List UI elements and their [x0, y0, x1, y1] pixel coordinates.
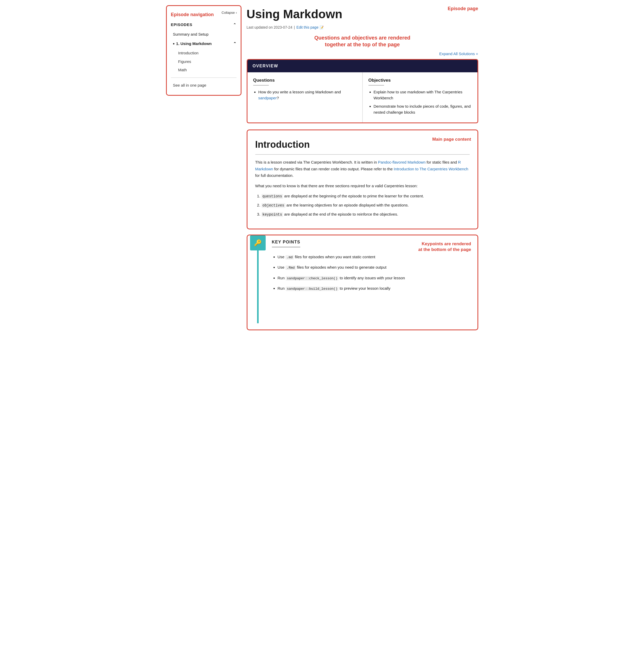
intro-carpentries-link[interactable]: Introduction to The Carpentries Workbenc…: [394, 167, 468, 171]
list-item: Use .md files for episodes when you want…: [278, 253, 472, 260]
episode-page-label: Episode page: [448, 5, 478, 12]
main-content: Episode page Using Markdown Last updated…: [247, 5, 478, 641]
list-item: Run sandpaper::check_lesson() to identif…: [278, 275, 472, 282]
keypoints-title: KEY POINTS: [272, 239, 300, 247]
list-item: objectives are the learning objectives f…: [262, 202, 470, 209]
list-item: Explain how to use markdown with The Car…: [374, 89, 472, 101]
sidebar-sub-math[interactable]: Math: [171, 66, 237, 74]
overview-body: Questions How do you write a lesson usin…: [248, 72, 477, 123]
keypoints-box: Keypoints are rendered at the bottom of …: [247, 235, 478, 330]
questions-column: Questions How do you write a lesson usin…: [248, 72, 362, 123]
sidebar-sub-figures[interactable]: Figures: [171, 58, 237, 66]
objectives-column: Objectives Explain how to use markdown w…: [362, 72, 477, 123]
intro-divider: [255, 154, 470, 155]
collapse-label: Collapse: [222, 11, 235, 15]
collapse-button[interactable]: Collapse ‹: [222, 11, 237, 15]
introduction-section: Main page content Introduction This is a…: [247, 129, 478, 229]
keypoints-vertical-line: [257, 250, 259, 323]
objectives-title: Objectives: [368, 77, 472, 84]
qo-banner: Questions and objectives are renderedtog…: [247, 34, 478, 48]
episodes-header: EPISODES ⌃: [171, 22, 237, 28]
list-item: questions are displayed at the beginning…: [262, 193, 470, 200]
last-updated-text: Last updated on 2023-07-24: [247, 25, 292, 30]
keypoints-icon-col: 🔑: [248, 235, 268, 323]
intro-paragraph-2: What you need to know is that there are …: [255, 183, 470, 189]
page-header: Episode page Using Markdown Last updated…: [247, 5, 478, 30]
chevron-left-icon: ‹: [236, 11, 237, 15]
chevron-up-icon-2: ⌃: [233, 41, 237, 47]
chevron-up-icon: ⌃: [233, 22, 237, 27]
objectives-divider: [368, 85, 384, 86]
separator: |: [294, 25, 295, 30]
keypoints-label: Keypoints are rendered at the bottom of …: [418, 241, 471, 252]
overview-box: OVERVIEW Questions How do you write a le…: [247, 59, 478, 123]
introduction-body: This is a lesson created via The Carpent…: [255, 159, 470, 218]
sidebar-see-all[interactable]: See all in one page: [171, 81, 237, 90]
intro-list: questions are displayed at the beginning…: [255, 193, 470, 218]
overview-header: OVERVIEW: [248, 60, 477, 72]
intro-paragraph-1: This is a lesson created via The Carpent…: [255, 159, 470, 179]
questions-divider: [253, 85, 269, 86]
questions-list: How do you write a lesson using Markdown…: [253, 89, 357, 101]
questions-title: Questions: [253, 77, 357, 84]
sidebar: Episode navigation Collapse ‹ EPISODES ⌃…: [166, 5, 242, 96]
keypoints-icon: 🔑: [250, 235, 266, 250]
sandpaper-link[interactable]: sandpaper: [258, 96, 277, 100]
sidebar-sub-introduction[interactable]: Introduction: [171, 49, 237, 58]
main-page-content-label: Main page content: [432, 136, 471, 143]
list-item: Run sandpaper::build_lesson() to preview…: [278, 285, 472, 292]
sidebar-item-using-markdown[interactable]: 1. Using Markdown ⌃: [171, 39, 237, 49]
list-item: Demonstrate how to include pieces of cod…: [374, 104, 472, 115]
nav-divider: [171, 78, 237, 78]
expand-all-solutions[interactable]: Expand All Solutions +: [247, 51, 478, 57]
keypoints-list: Use .md files for episodes when you want…: [272, 253, 472, 292]
list-item: keypoints are displayed at the end of th…: [262, 211, 470, 218]
objectives-list: Explain how to use markdown with The Car…: [368, 89, 472, 115]
list-item: Use .Rmd files for episodes when you nee…: [278, 264, 472, 271]
list-item: How do you write a lesson using Markdown…: [258, 89, 357, 101]
key-icon: 🔑: [254, 238, 262, 247]
edit-icon: 📝: [319, 25, 324, 30]
plus-icon: +: [476, 51, 478, 57]
page-title: Using Markdown: [247, 5, 478, 23]
sidebar-item-summary-setup[interactable]: Summary and Setup: [171, 30, 237, 39]
last-updated-row: Last updated on 2023-07-24 | Edit this p…: [247, 25, 478, 30]
pandoc-link[interactable]: Pandoc-flavored Markdown: [378, 160, 426, 165]
edit-page-link[interactable]: Edit this page 📝: [296, 25, 324, 30]
